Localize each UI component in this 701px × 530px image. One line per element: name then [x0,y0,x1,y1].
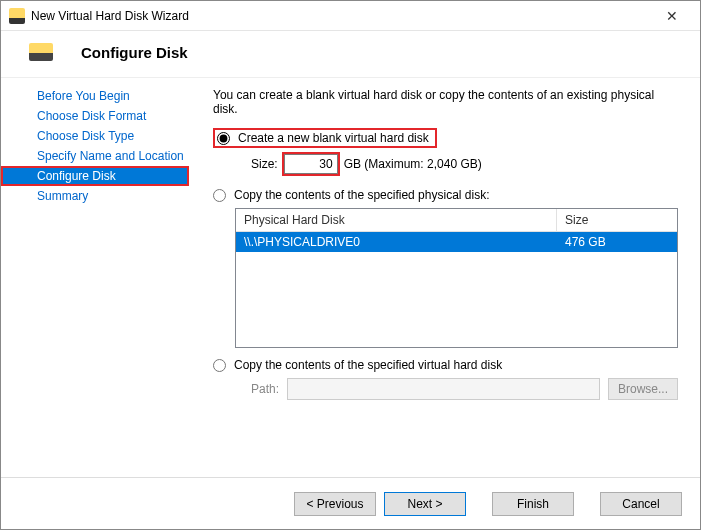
step-configure-disk[interactable]: Configure Disk [1,166,189,186]
col-size[interactable]: Size [557,209,677,231]
physical-disk-table: Physical Hard Disk Size \\.\PHYSICALDRIV… [235,208,678,348]
wizard-footer: < Previous Next > Finish Cancel [1,477,700,529]
wizard-icon [9,8,25,24]
page-header: Configure Disk [1,31,700,78]
disk-icon [29,43,53,61]
next-button[interactable]: Next > [384,492,466,516]
radio-copy-virtual[interactable] [213,359,226,372]
step-choose-disk-type[interactable]: Choose Disk Type [1,126,189,146]
table-row[interactable]: \\.\PHYSICALDRIVE0 476 GB [236,232,677,252]
size-input[interactable] [284,154,338,174]
titlebar: New Virtual Hard Disk Wizard ✕ [1,1,700,31]
previous-button[interactable]: < Previous [294,492,376,516]
close-icon[interactable]: ✕ [652,2,692,30]
radio-copy-virtual-label: Copy the contents of the specified virtu… [234,358,502,372]
page-title: Configure Disk [81,44,188,61]
step-specify-name-location[interactable]: Specify Name and Location [1,146,189,166]
radio-copy-physical-label: Copy the contents of the specified physi… [234,188,489,202]
step-choose-disk-format[interactable]: Choose Disk Format [1,106,189,126]
radio-create-blank[interactable] [217,132,230,145]
main-panel: You can create a blank virtual hard disk… [189,78,700,468]
wizard-steps: Before You Begin Choose Disk Format Choo… [1,78,189,468]
size-suffix: GB (Maximum: 2,040 GB) [344,157,482,171]
radio-create-blank-label: Create a new blank virtual hard disk [238,131,429,145]
row-disk-name: \\.\PHYSICALDRIVE0 [236,232,557,252]
path-label: Path: [251,382,279,396]
step-summary[interactable]: Summary [1,186,189,206]
radio-copy-physical[interactable] [213,189,226,202]
size-label: Size: [251,157,278,171]
path-input [287,378,600,400]
row-disk-size: 476 GB [557,232,677,252]
cancel-button[interactable]: Cancel [600,492,682,516]
finish-button[interactable]: Finish [492,492,574,516]
browse-button: Browse... [608,378,678,400]
col-physical-disk[interactable]: Physical Hard Disk [236,209,557,231]
intro-text: You can create a blank virtual hard disk… [213,88,678,116]
window-title: New Virtual Hard Disk Wizard [31,9,652,23]
step-before-you-begin[interactable]: Before You Begin [1,86,189,106]
